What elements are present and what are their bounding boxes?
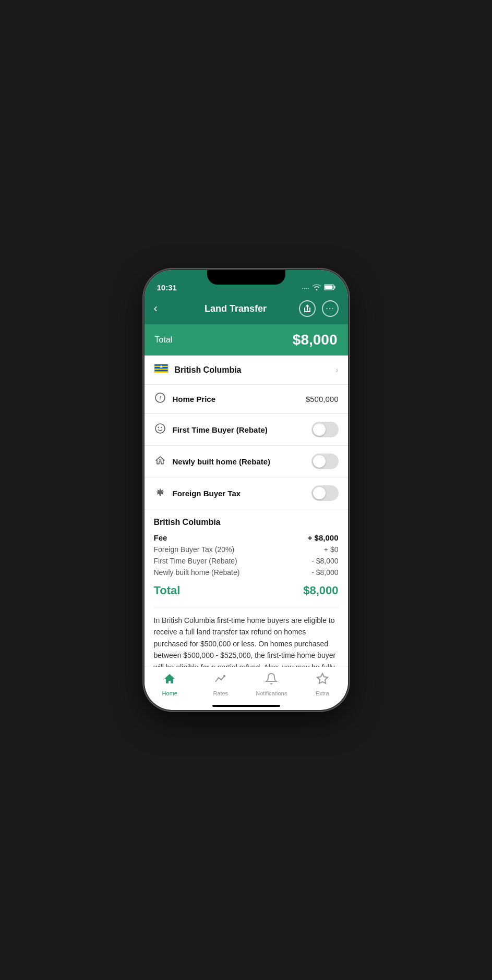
more-icon: ···	[326, 304, 334, 313]
home-indicator	[212, 705, 280, 707]
province-row[interactable]: British Columbia ›	[145, 356, 348, 385]
notifications-nav-label: Notifications	[256, 690, 287, 696]
notifications-nav-icon	[265, 672, 278, 688]
svg-rect-7	[154, 369, 167, 370]
svg-point-16	[159, 459, 161, 460]
header-title: Land Transfer	[173, 303, 299, 314]
svg-rect-1	[334, 286, 335, 289]
summary-total-value: $8,000	[303, 584, 338, 597]
nav-home[interactable]: Home	[145, 667, 196, 699]
svg-text:i: i	[159, 395, 161, 402]
first-time-buyer-toggle[interactable]	[311, 422, 339, 437]
foreign-tax-label: Foreign Buyer Tax (20%)	[154, 545, 235, 554]
svg-rect-8	[154, 370, 167, 372]
first-time-buyer-label: First Time Buyer (Rebate)	[173, 425, 311, 434]
fee-value: + $8,000	[308, 533, 339, 542]
more-button[interactable]: ···	[322, 300, 339, 317]
back-button[interactable]: ‹	[154, 302, 173, 315]
foreign-tax-value: + $0	[324, 545, 339, 554]
phone-screen: 10:31 ····	[145, 270, 348, 710]
province-name: British Columbia	[175, 365, 336, 375]
summary-title: British Columbia	[154, 518, 339, 527]
status-time: 10:31	[157, 283, 177, 292]
extra-nav-icon	[316, 672, 329, 688]
smiley-icon	[154, 423, 166, 436]
svg-rect-9	[154, 371, 167, 373]
total-bar-amount: $8,000	[293, 332, 338, 348]
rates-nav-label: Rates	[213, 690, 228, 696]
ftb-rebate-label: First Time Buyer (Rebate)	[154, 557, 237, 565]
content: British Columbia › i Home Price $500,000	[145, 356, 348, 667]
home-price-value: $500,000	[306, 395, 339, 403]
province-flag	[154, 364, 169, 376]
summary-total-row: Total $8,000	[154, 584, 339, 597]
fee-label: Fee	[154, 533, 167, 542]
home-price-label: Home Price	[173, 395, 306, 403]
total-bar: Total $8,000	[145, 324, 348, 356]
svg-point-14	[158, 426, 159, 427]
nav-extra[interactable]: Extra	[297, 667, 348, 699]
foreign-tax-row: Foreign Buyer Tax (20%) + $0	[154, 545, 339, 554]
new-home-rebate-label: Newly built home (Rebate)	[154, 568, 240, 577]
foreign-buyer-row: Foreign Buyer Tax	[145, 477, 348, 509]
fee-row: Fee + $8,000	[154, 533, 339, 542]
svg-point-13	[155, 424, 165, 433]
home-price-row[interactable]: i Home Price $500,000	[145, 385, 348, 414]
newly-built-label: Newly built home (Rebate)	[173, 457, 311, 466]
svg-point-15	[161, 426, 162, 427]
home-nav-label: Home	[162, 690, 177, 696]
maple-leaf-icon	[154, 487, 166, 500]
home-nav-icon	[163, 672, 176, 688]
rates-nav-icon	[214, 672, 227, 688]
header: ‹ Land Transfer ···	[145, 295, 348, 324]
header-actions: ···	[299, 300, 339, 317]
new-home-rebate-row: Newly built home (Rebate) - $8,000	[154, 568, 339, 577]
nav-rates[interactable]: Rates	[195, 667, 246, 699]
newly-built-home-row: Newly built home (Rebate)	[145, 446, 348, 477]
info-text: In British Columbia first-time home buye…	[145, 615, 348, 667]
svg-rect-2	[325, 286, 332, 289]
signal-icon: ····	[302, 284, 309, 292]
foreign-buyer-label: Foreign Buyer Tax	[173, 489, 311, 498]
summary-total-label: Total	[154, 584, 181, 597]
status-icons: ····	[302, 284, 335, 292]
newly-built-toggle[interactable]	[311, 454, 339, 469]
new-home-rebate-value: - $8,000	[311, 568, 338, 577]
ftb-rebate-value: - $8,000	[311, 557, 338, 565]
foreign-buyer-toggle[interactable]	[311, 485, 339, 501]
phone-frame: 10:31 ····	[145, 270, 348, 710]
nav-notifications[interactable]: Notifications	[246, 667, 297, 699]
extra-nav-label: Extra	[316, 690, 329, 696]
chevron-right-icon: ›	[335, 365, 338, 375]
share-button[interactable]	[299, 300, 316, 317]
home-icon	[154, 455, 166, 468]
wifi-icon	[313, 284, 321, 292]
bottom-nav: Home Rates Notifications	[145, 667, 348, 703]
summary-section: British Columbia Fee + $8,000 Foreign Bu…	[145, 509, 348, 597]
total-bar-label: Total	[155, 335, 173, 345]
notch	[207, 270, 285, 285]
battery-icon	[324, 284, 335, 292]
first-time-buyer-row: First Time Buyer (Rebate)	[145, 414, 348, 446]
info-icon: i	[154, 393, 166, 406]
divider	[154, 606, 339, 606]
ftb-rebate-row: First Time Buyer (Rebate) - $8,000	[154, 557, 339, 565]
